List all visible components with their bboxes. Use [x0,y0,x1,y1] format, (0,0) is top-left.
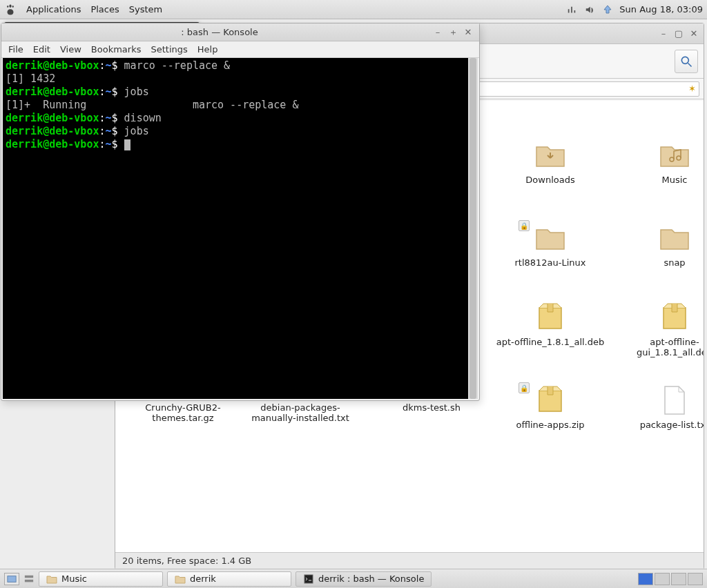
file-label: apt-offline_1.8.1_all.deb [492,337,609,347]
folder-icon [658,222,691,255]
konsole-window[interactable]: : bash — Konsole – ＋ ✕ FileEditViewBookm… [1,23,480,401]
lock-emblem-icon: 🔒 [519,220,530,231]
taskbar-task[interactable]: derrik [167,571,291,587]
show-desktop-button[interactable] [4,573,19,585]
term-menu-view[interactable]: View [60,44,81,55]
window-list-icon[interactable] [23,574,35,585]
file-item[interactable]: Downloads [492,139,609,185]
svg-line-1 [688,63,692,66]
konsole-titlebar[interactable]: : bash — Konsole – ＋ ✕ [1,23,479,41]
file-item[interactable]: snap [616,222,704,268]
panel-menu-places[interactable]: Places [90,4,119,14]
terminal-icon [303,574,314,585]
svg-rect-3 [25,575,33,578]
task-label: derrik : bash — Konsole [318,574,424,584]
workspace-1[interactable] [638,573,653,585]
minimize-icon[interactable]: – [658,28,669,39]
maximize-icon[interactable]: ▢ [673,28,684,39]
file-item[interactable]: debian-packages-manually-installed.txt [242,402,359,423]
file-label: package-list.txt [616,420,704,430]
folder-icon: 🔒 [534,222,567,255]
konsole-title: : bash — Konsole [7,27,432,37]
workspace-2[interactable] [655,573,670,585]
file-item[interactable]: apt-offline-gui_1.8.1_all.deb [616,301,704,357]
svg-point-0 [681,57,688,63]
svg-rect-4 [25,579,33,582]
top-panel: Applications Places System Sun Aug 18, 0… [0,0,707,19]
term-menu-help[interactable]: Help [197,44,218,55]
workspace-3[interactable] [671,573,686,585]
updates-icon[interactable] [601,3,614,16]
minimize-icon[interactable]: – [432,27,443,38]
file-item[interactable]: package-list.txt [616,384,704,430]
gnome-foot-icon [4,3,17,16]
file-label: offline-apps.zip [492,420,609,430]
volume-icon[interactable] [583,3,596,16]
file-item[interactable]: apt-offline_1.8.1_all.deb [492,301,609,347]
file-item[interactable]: Music [616,139,704,185]
zip-icon: 🔒 [534,384,567,417]
workspace-4[interactable] [688,573,703,585]
search-button[interactable] [675,50,698,73]
task-label: derrik [190,574,216,584]
folder-icon [175,574,186,585]
bottom-panel: Musicderrikderrik : bash — Konsole [0,569,707,588]
file-item[interactable]: dkms-test.sh [373,402,490,413]
file-label: rtl8812au-Linux [492,257,609,268]
fm-statusbar: 20 items, Free space: 1.4 GB [115,552,704,569]
panel-clock[interactable]: Sun Aug 18, 03:09 [619,4,703,14]
close-icon[interactable]: ✕ [688,28,699,39]
folder-icon [46,574,57,585]
folder-icon [658,139,691,172]
clear-icon[interactable]: ✶ [688,84,696,94]
file-item[interactable]: 🔒rtl8812au-Linux [492,222,609,268]
panel-menu-applications[interactable]: Applications [26,4,81,14]
konsole-menubar: FileEditViewBookmarksSettingsHelp [1,41,479,58]
taskbar-task[interactable]: derrik : bash — Konsole [296,571,432,587]
terminal-area[interactable]: derrik@deb-vbox:~$ marco --replace & [1]… [3,58,478,399]
term-menu-edit[interactable]: Edit [33,44,50,55]
txt-icon [658,384,691,417]
file-label: Downloads [492,175,609,185]
file-label: apt-offline-gui_1.8.1_all.deb [616,337,704,357]
panel-menu-system[interactable]: System [129,4,162,14]
folder-icon [534,139,567,172]
taskbar-task[interactable]: Music [39,571,163,587]
workspace-switcher[interactable] [638,573,703,585]
package-icon [658,301,691,334]
term-menu-bookmarks[interactable]: Bookmarks [91,44,142,55]
package-icon [534,301,567,334]
maximize-icon[interactable]: ＋ [447,27,458,38]
close-icon[interactable]: ✕ [463,27,474,38]
file-item[interactable]: 🔒offline-apps.zip [492,384,609,430]
network-icon[interactable] [565,3,578,16]
lock-emblem-icon: 🔒 [519,382,530,393]
file-label: snap [616,257,704,268]
file-label: Music [616,175,704,185]
task-label: Music [61,574,87,584]
fm-status-text: 20 items, Free space: 1.4 GB [122,556,251,566]
file-item[interactable]: Crunchy-GRUB2-themes.tar.gz [124,402,242,423]
term-menu-settings[interactable]: Settings [151,44,187,55]
term-menu-file[interactable]: File [8,44,23,55]
svg-rect-2 [8,576,16,582]
terminal-scrollbar[interactable] [468,58,478,399]
